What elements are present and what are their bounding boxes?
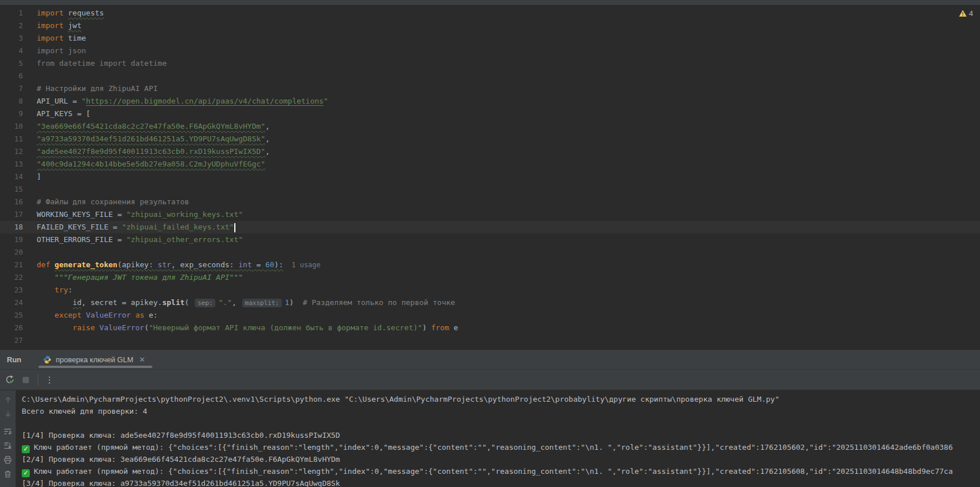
code-text: # Файлы для сохранения результатов xyxy=(37,196,980,208)
line-number: 19 xyxy=(0,233,23,246)
code-text: "400c9da1294c4b14bbe5e5db27e9a058.C2mJyU… xyxy=(37,158,980,171)
code-text: import json xyxy=(37,45,980,57)
code-line[interactable]: 17WORKING_KEYS_FILE = "zhipuai_working_k… xyxy=(0,208,980,221)
run-panel-title: Run xyxy=(7,355,21,364)
line-number: 6 xyxy=(0,70,23,82)
code-text xyxy=(37,246,980,259)
code-line[interactable]: 14] xyxy=(0,171,980,183)
line-number: 11 xyxy=(0,133,23,145)
code-text: id, secret = apikey.split( sep:".", maxs… xyxy=(37,296,980,309)
console-left-toolbar xyxy=(0,390,16,487)
code-text: WORKING_KEYS_FILE = "zhipuai_working_key… xyxy=(37,208,980,221)
inspections-widget[interactable]: 4 xyxy=(957,8,975,19)
code-editor[interactable]: 1import requests2import jwt3import time4… xyxy=(0,6,980,349)
line-number: 13 xyxy=(0,158,23,171)
code-text: def generate_token(apikey: str, exp_seco… xyxy=(37,259,980,271)
stop-button[interactable] xyxy=(22,376,30,384)
code-line[interactable]: 25 except ValueError as e: xyxy=(0,309,980,322)
code-text: # Настройки для ZhipuAI API xyxy=(37,82,980,95)
line-number: 18 xyxy=(0,221,23,233)
line-number: 17 xyxy=(0,208,23,221)
console-line: ✓Ключ работает (прямой метод): {"choices… xyxy=(22,465,980,477)
more-options-icon[interactable]: ⋮ xyxy=(45,375,54,385)
trash-icon[interactable] xyxy=(3,470,12,478)
code-text: "3ea669e66f45421cda8c2c27e47fa50e.F6ApGk… xyxy=(37,120,980,133)
code-line[interactable]: 10"3ea669e66f45421cda8c2c27e47fa50e.F6Ap… xyxy=(0,120,980,133)
console-line: ✓Ключ работает (прямой метод): {"choices… xyxy=(22,441,980,453)
code-line[interactable]: 16# Файлы для сохранения результатов xyxy=(0,196,980,208)
line-number: 5 xyxy=(0,57,23,70)
python-icon xyxy=(43,355,52,364)
code-area[interactable]: 1import requests2import jwt3import time4… xyxy=(0,6,980,347)
rerun-button[interactable] xyxy=(5,375,15,385)
code-line[interactable]: 12"ade5ee4027f8e9d95f40011913c63cb0.rxD1… xyxy=(0,145,980,158)
code-line[interactable]: 11"a9733a59370d34ef51d261bd461251a5.YD9P… xyxy=(0,133,980,145)
console-line: [2/4] Проверка ключа: 3ea669e66f45421cda… xyxy=(22,453,980,465)
code-text: try: xyxy=(37,284,980,296)
line-number: 24 xyxy=(0,296,23,309)
run-toolbar: ⋮ xyxy=(0,369,980,390)
line-number: 2 xyxy=(0,19,23,32)
line-number: 23 xyxy=(0,284,23,296)
down-arrow-icon[interactable] xyxy=(4,410,12,418)
line-number: 21 xyxy=(0,259,23,271)
code-text: "a9733a59370d34ef51d261bd461251a5.YD9PU7… xyxy=(37,133,980,145)
code-text: API_KEYS = [ xyxy=(37,108,980,120)
line-number: 25 xyxy=(0,309,23,322)
line-number: 1 xyxy=(0,7,23,19)
code-text: "ade5ee4027f8e9d95f40011913c63cb0.rxD19k… xyxy=(37,145,980,158)
console-line: Всего ключей для проверки: 4 xyxy=(22,405,980,417)
line-number: 7 xyxy=(0,82,23,95)
code-line[interactable]: 21def generate_token(apikey: str, exp_se… xyxy=(0,259,980,271)
code-text xyxy=(37,70,980,82)
code-line[interactable]: 7# Настройки для ZhipuAI API xyxy=(0,82,980,95)
code-text: FAILED_KEYS_FILE = "zhipuai_failed_keys.… xyxy=(37,221,980,233)
code-line[interactable]: 8API_URL = "https://open.bigmodel.cn/api… xyxy=(0,95,980,108)
success-check-icon: ✓ xyxy=(22,469,30,477)
code-line[interactable]: 18FAILED_KEYS_FILE = "zhipuai_failed_key… xyxy=(0,221,980,233)
line-number: 10 xyxy=(0,120,23,133)
print-icon[interactable] xyxy=(3,456,12,464)
success-check-icon: ✓ xyxy=(22,445,30,453)
line-number: 9 xyxy=(0,108,23,120)
code-line[interactable]: 26 raise ValueError("Неверный формат API… xyxy=(0,322,980,334)
code-line[interactable]: 27 xyxy=(0,334,980,347)
line-number: 20 xyxy=(0,246,23,259)
active-tab-indicator xyxy=(38,366,152,368)
line-number: 14 xyxy=(0,171,23,183)
code-line[interactable]: 2import jwt xyxy=(0,19,980,32)
code-text xyxy=(37,183,980,196)
code-line[interactable]: 19OTHER_ERRORS_FILE = "zhipuai_other_err… xyxy=(0,233,980,246)
run-tool-window-header: Run проверка ключей GLM ✕ xyxy=(0,349,980,369)
code-text xyxy=(37,334,980,347)
code-text: import requests xyxy=(37,7,980,19)
code-line[interactable]: 3import time xyxy=(0,32,980,45)
close-tab-icon[interactable]: ✕ xyxy=(139,355,145,364)
console-output[interactable]: C:\Users\Admin\PycharmProjects\pythonPro… xyxy=(16,390,980,487)
code-line[interactable]: 20 xyxy=(0,246,980,259)
up-arrow-icon[interactable] xyxy=(4,396,12,404)
code-text: API_URL = "https://open.bigmodel.cn/api/… xyxy=(37,95,980,108)
scroll-to-end-icon[interactable] xyxy=(3,441,12,450)
line-number: 3 xyxy=(0,32,23,45)
code-line[interactable]: 5from datetime import datetime xyxy=(0,57,980,70)
code-line[interactable]: 22 """Генерация JWT токена для ZhipuAI A… xyxy=(0,271,980,284)
line-number: 22 xyxy=(0,271,23,284)
code-line[interactable]: 24 id, secret = apikey.split( sep:".", m… xyxy=(0,296,980,309)
code-line[interactable]: 13"400c9da1294c4b14bbe5e5db27e9a058.C2mJ… xyxy=(0,158,980,171)
code-text: ] xyxy=(37,171,980,183)
code-line[interactable]: 1import requests xyxy=(0,7,980,19)
code-line[interactable]: 6 xyxy=(0,70,980,82)
line-number: 8 xyxy=(0,95,23,108)
run-tab[interactable]: проверка ключей GLM ✕ xyxy=(37,350,153,369)
line-number: 12 xyxy=(0,145,23,158)
console-line: [3/4] Проверка ключа: a9733a59370d34ef51… xyxy=(22,477,980,487)
line-number: 15 xyxy=(0,183,23,196)
code-line[interactable]: 4import json xyxy=(0,45,980,57)
toolbar-separator xyxy=(38,374,38,386)
code-line[interactable]: 9API_KEYS = [ xyxy=(0,108,980,120)
code-line[interactable]: 15 xyxy=(0,183,980,196)
code-line[interactable]: 23 try: xyxy=(0,284,980,296)
soft-wrap-icon[interactable] xyxy=(3,427,12,435)
window-top-strip xyxy=(0,0,980,6)
